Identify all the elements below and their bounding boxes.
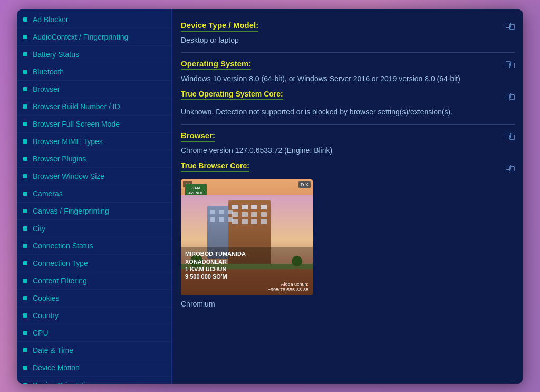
sidebar-item-label: Connection Status xyxy=(33,242,93,250)
svg-rect-15 xyxy=(251,212,257,217)
section-1: Operating System:Windows 10 version 8.0 … xyxy=(181,53,515,125)
sidebar-item-label: Canvas / Fingerprinting xyxy=(33,207,109,215)
sidebar-item-9[interactable]: Browser Window Size xyxy=(17,168,171,185)
sidebar-item-label: Browser Window Size xyxy=(33,172,104,180)
sidebar-item-10[interactable]: Cameras xyxy=(17,185,171,203)
sidebar-bullet-icon xyxy=(23,174,27,178)
sidebar-item-17[interactable]: Country xyxy=(17,307,171,324)
sidebar-item-label: Cameras xyxy=(33,189,63,198)
sub-copy-icon-2[interactable] xyxy=(506,165,515,171)
svg-rect-13 xyxy=(232,212,238,217)
svg-rect-9 xyxy=(232,205,238,209)
svg-rect-11 xyxy=(251,205,257,209)
section-2: Browser:Chrome version 127.0.6533.72 (En… xyxy=(181,125,515,314)
sub-copy-icon-1[interactable] xyxy=(506,93,515,100)
sub-section-title-1: True Operating System Core: xyxy=(181,90,283,100)
sidebar-item-label: Browser Plugins xyxy=(33,155,86,163)
sidebar-bullet-icon xyxy=(23,209,27,213)
sidebar-item-8[interactable]: Browser Plugins xyxy=(17,150,171,168)
sidebar-item-label: Browser Build Number / ID xyxy=(33,102,120,111)
copy-icon-1[interactable] xyxy=(506,61,515,68)
sidebar: Ad BlockerAudioContext / FingerprintingB… xyxy=(17,9,172,384)
app-container: Ad BlockerAudioContext / FingerprintingB… xyxy=(17,9,523,384)
copy-icon-2[interactable] xyxy=(506,133,515,140)
sidebar-bullet-icon xyxy=(23,122,27,126)
ad-contact: Aloqa uchun:+998(78)555-88-88 xyxy=(185,282,308,292)
sidebar-item-11[interactable]: Canvas / Fingerprinting xyxy=(17,203,171,220)
sidebar-item-7[interactable]: Browser MIME Types xyxy=(17,133,171,150)
ad-close-button[interactable]: D X xyxy=(298,181,311,188)
sub-section-2: True Browser Core: Ad D X SAMAVENUE xyxy=(181,161,515,308)
section-0: Device Type / Model:Desktop or laptop xyxy=(181,14,515,53)
sidebar-item-label: Date & Time xyxy=(33,346,73,355)
sidebar-item-label: Browser MIME Types xyxy=(33,137,103,146)
sidebar-bullet-icon xyxy=(23,139,27,144)
sidebar-bullet-icon xyxy=(23,226,27,231)
sidebar-item-1[interactable]: AudioContext / Fingerprinting xyxy=(17,28,171,46)
sidebar-bullet-icon xyxy=(23,366,27,370)
sidebar-item-label: Battery Status xyxy=(33,50,79,59)
sidebar-item-15[interactable]: Content Filtering xyxy=(17,272,171,290)
sub-section-1: True Operating System Core:Unknown. Dete… xyxy=(181,90,515,118)
svg-rect-6 xyxy=(210,217,215,222)
section-title-0: Device Type / Model: xyxy=(181,21,258,32)
ad-text-overlay: MIROBOD TUMANIDAXONADONLAR1 KV.M UCHUN9 … xyxy=(181,247,313,295)
sidebar-item-label: Device Orientation xyxy=(33,381,93,384)
sidebar-bullet-icon xyxy=(23,383,27,384)
ad-headline: MIROBOD TUMANIDAXONADONLAR1 KV.M UCHUN9 … xyxy=(185,250,308,280)
sidebar-item-label: CPU xyxy=(33,329,49,337)
sidebar-item-18[interactable]: CPU xyxy=(17,324,171,342)
sidebar-item-0[interactable]: Ad Blocker xyxy=(17,11,171,28)
sidebar-item-label: Browser Full Screen Mode xyxy=(33,120,120,128)
section-header-2: Browser: xyxy=(181,131,515,142)
sidebar-item-label: Bluetooth xyxy=(33,68,64,76)
sidebar-item-label: Connection Type xyxy=(33,259,88,267)
sidebar-item-14[interactable]: Connection Type xyxy=(17,255,171,272)
copy-icon-0[interactable] xyxy=(506,23,515,30)
sidebar-item-21[interactable]: Device Orientation xyxy=(17,377,171,384)
svg-rect-16 xyxy=(261,212,267,217)
chromium-text: Chromium xyxy=(181,300,515,308)
svg-rect-3 xyxy=(210,210,215,214)
svg-rect-7 xyxy=(219,217,224,222)
svg-rect-14 xyxy=(242,212,248,217)
svg-rect-17 xyxy=(232,219,238,224)
sidebar-item-6[interactable]: Browser Full Screen Mode xyxy=(17,116,171,133)
sidebar-item-label: Cookies xyxy=(33,294,60,302)
sidebar-item-label: Ad Blocker xyxy=(33,15,69,24)
sidebar-bullet-icon xyxy=(23,244,27,248)
sidebar-item-5[interactable]: Browser Build Number / ID xyxy=(17,98,171,116)
svg-rect-12 xyxy=(261,205,267,209)
sidebar-bullet-icon xyxy=(23,17,27,22)
sidebar-item-4[interactable]: Browser xyxy=(17,81,171,98)
section-header-0: Device Type / Model: xyxy=(181,21,515,32)
sidebar-bullet-icon xyxy=(23,296,27,300)
section-value-0: Desktop or laptop xyxy=(181,35,515,46)
sidebar-item-label: Country xyxy=(33,311,59,320)
section-title-2: Browser: xyxy=(181,131,215,142)
sidebar-item-label: Browser xyxy=(33,85,60,93)
sidebar-bullet-icon xyxy=(23,331,27,335)
sidebar-item-20[interactable]: Device Motion xyxy=(17,359,171,377)
sidebar-item-16[interactable]: Cookies xyxy=(17,290,171,307)
sidebar-item-13[interactable]: Connection Status xyxy=(17,237,171,255)
sidebar-item-3[interactable]: Bluetooth xyxy=(17,63,171,81)
sub-section-value-1: Unknown. Detection not supported or is b… xyxy=(181,107,515,118)
sidebar-bullet-icon xyxy=(23,348,27,352)
sidebar-bullet-icon xyxy=(23,261,27,265)
sidebar-item-label: Content Filtering xyxy=(33,276,87,285)
sidebar-bullet-icon xyxy=(23,192,27,196)
sidebar-bullet-icon xyxy=(23,313,27,318)
sidebar-item-12[interactable]: City xyxy=(17,220,171,237)
svg-rect-19 xyxy=(251,219,257,224)
svg-rect-4 xyxy=(219,210,224,214)
sidebar-bullet-icon xyxy=(23,70,27,74)
sidebar-item-2[interactable]: Battery Status xyxy=(17,46,171,63)
sidebar-bullet-icon xyxy=(23,52,27,56)
sidebar-item-label: City xyxy=(33,224,45,233)
sidebar-bullet-icon xyxy=(23,104,27,109)
sub-section-header-2: True Browser Core: xyxy=(181,161,515,175)
sub-section-title-2: True Browser Core: xyxy=(181,161,249,172)
sidebar-item-19[interactable]: Date & Time xyxy=(17,342,171,359)
section-title-1: Operating System: xyxy=(181,59,251,70)
